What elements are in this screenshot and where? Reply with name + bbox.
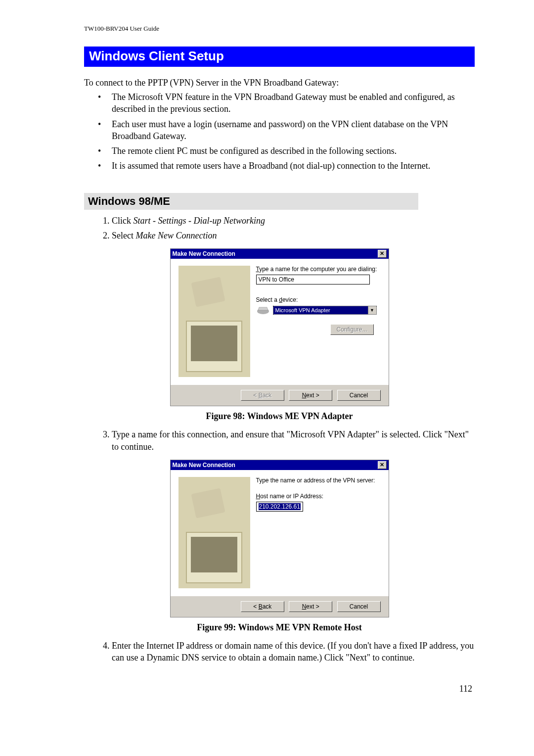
requirements-list: The Microsoft VPN feature in the VPN Bro… <box>84 91 475 172</box>
page-number: 112 <box>84 684 472 694</box>
figure-caption: Figure 99: Windows ME VPN Remote Host <box>84 622 475 633</box>
list-item: It is assumed that remote users have a B… <box>112 160 475 172</box>
cancel-button[interactable]: Cancel <box>337 601 381 612</box>
dialog-footer: < Back Next > Cancel <box>171 384 389 406</box>
btn-underline: N <box>302 392 307 399</box>
device-label: Select a device: <box>256 296 381 303</box>
figure-caption: Figure 98: Windows ME VPN Adapter <box>84 411 475 422</box>
back-button[interactable]: < Back <box>241 601 284 612</box>
sub-section-title: Windows 98/ME <box>84 193 418 210</box>
btn-underline: B <box>259 603 263 610</box>
list-item: Each user must have a login (username an… <box>112 118 475 142</box>
close-icon[interactable]: ✕ <box>378 461 387 469</box>
step-text-italic: Start - Settings - Dial-up Networking <box>134 216 265 226</box>
label-underline: d <box>279 296 282 303</box>
device-select-value: Microsoft VPN Adapter <box>273 306 368 314</box>
step-item: Type a name for this connection, and ens… <box>112 428 475 453</box>
label-underline: H <box>256 493 261 500</box>
chevron-down-icon[interactable]: ▼ <box>368 306 376 314</box>
btn-text: < <box>253 392 258 399</box>
host-address-value: 210.202.126.61 <box>259 503 301 510</box>
next-button[interactable]: Next > <box>289 390 332 401</box>
phone-icon <box>191 488 225 518</box>
btn-text: ack <box>263 603 272 610</box>
dialog-footer: < Back Next > Cancel <box>171 596 389 617</box>
configure-button: Configure... <box>330 324 374 335</box>
wizard-graphic <box>178 266 250 377</box>
device-select[interactable]: Microsoft VPN Adapter ▼ <box>273 306 377 315</box>
dialog-title: Make New Connection <box>173 250 235 257</box>
label-text: evice: <box>282 296 298 303</box>
btn-text: < <box>253 603 258 610</box>
step-text-italic: Make New Connection <box>135 231 217 240</box>
step-text: Select <box>112 231 135 240</box>
btn-text: ack <box>263 392 272 399</box>
btn-text: ext > <box>306 392 319 399</box>
dialog-make-new-connection-1: Make New Connection ✕ Type a name for th… <box>170 248 389 406</box>
back-button: < Back <box>241 390 284 401</box>
list-item: The Microsoft VPN feature in the VPN Bro… <box>112 91 475 115</box>
name-label: Type a name for the computer you are dia… <box>256 266 381 273</box>
step-item: Enter the Internet IP address or domain … <box>112 640 475 664</box>
steps-list-cont2: Enter the Internet IP address or domain … <box>84 640 475 664</box>
next-button[interactable]: Next > <box>289 601 332 612</box>
step-text: Click <box>112 216 134 226</box>
section-title: Windows Client Setup <box>84 47 475 67</box>
dialog-titlebar: Make New Connection ✕ <box>171 460 389 470</box>
step-item: Select Make New Connection <box>112 230 475 241</box>
dialog-titlebar: Make New Connection ✕ <box>171 249 389 259</box>
close-icon[interactable]: ✕ <box>378 250 387 258</box>
cancel-button[interactable]: Cancel <box>337 390 381 401</box>
adapter-icon <box>256 305 270 315</box>
step-item: Click Start - Settings - Dial-up Network… <box>112 215 475 227</box>
dialog-title: Make New Connection <box>173 462 235 469</box>
server-label: Type the name or address of the VPN serv… <box>256 477 381 484</box>
phone-icon <box>191 277 225 307</box>
page-header: TW100-BRV204 User Guide <box>84 25 475 33</box>
label-text: ost name or IP Address: <box>260 493 323 500</box>
label-text: Select a <box>256 296 279 303</box>
dialog-make-new-connection-2: Make New Connection ✕ Type the name or a… <box>170 460 389 617</box>
steps-list-cont1: Type a name for this connection, and ens… <box>84 428 475 453</box>
steps-list: Click Start - Settings - Dial-up Network… <box>84 215 475 242</box>
host-address-input[interactable]: 210.202.126.61 <box>256 502 303 512</box>
btn-underline: B <box>259 392 263 399</box>
monitor-icon <box>186 532 242 583</box>
list-item: The remote client PC must be configured … <box>112 145 475 157</box>
host-label: Host name or IP Address: <box>256 493 381 500</box>
btn-text: ext > <box>306 603 319 610</box>
btn-underline: N <box>302 603 307 610</box>
wizard-graphic <box>178 477 250 588</box>
connection-name-input[interactable] <box>256 275 370 284</box>
intro-text: To connect to the PPTP (VPN) Server in t… <box>84 78 475 88</box>
label-text: ype a name for the computer you are dial… <box>259 266 377 273</box>
monitor-icon <box>186 321 242 372</box>
